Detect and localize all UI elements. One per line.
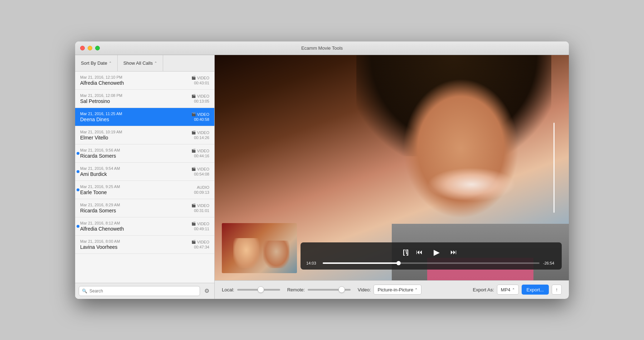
call-meta: 🎬 VIDEO 00:54:08 (191, 167, 209, 176)
call-type: 🎬 VIDEO (191, 149, 209, 153)
share-icon: ↑ (556, 287, 558, 292)
export-format-chevron-icon: ⌃ (512, 288, 515, 292)
pip-overlay (222, 223, 297, 273)
video-area: [ \] ⏮ ▶ ⏭ 14:03 -26:54 (215, 55, 569, 299)
call-info: Mar 21, 2016, 8:29 AM Ricarda Somers (80, 203, 191, 213)
call-meta: 🎬 VIDEO 00:47:34 (191, 240, 209, 249)
title-bar: Ecamm Movie Tools (75, 41, 569, 55)
share-button[interactable]: ↑ (552, 285, 562, 295)
face-layer (381, 78, 541, 235)
call-meta: 🎬 VIDEO 00:31:01 (191, 203, 209, 213)
progress-bar[interactable] (323, 262, 540, 264)
remote-slider[interactable] (308, 289, 351, 291)
list-item[interactable]: Mar 21, 2016, 10:19 AM Elmer Vitello 🎬 V… (75, 126, 214, 144)
current-time: 14:03 (306, 261, 319, 265)
call-duration: 00:47:34 (191, 245, 209, 249)
call-name: Earle Toone (80, 189, 194, 195)
export-format-dropdown[interactable]: MP4 ⌃ (497, 285, 519, 295)
sort-label: Sort By Date (81, 60, 107, 66)
export-format-value: MP4 (501, 287, 511, 292)
list-item[interactable]: Mar 21, 2016, 12:10 PM Alfredia Chenowet… (75, 72, 214, 90)
call-duration: 00:44:16 (191, 154, 209, 158)
show-label: Show All Calls (123, 60, 153, 66)
sidebar-footer: 🔍 ⚙ (75, 283, 214, 299)
call-type: AUDIO (194, 185, 209, 189)
call-name: Alfredia Chenoweth (80, 80, 191, 86)
pip-thumbnail (222, 223, 297, 273)
call-info: Mar 21, 2016, 12:08 PM Sal Petrosino (80, 93, 191, 104)
smile-layer (427, 168, 516, 202)
gear-icon[interactable]: ⚙ (203, 287, 211, 295)
call-date: Mar 21, 2016, 12:10 PM (80, 75, 191, 79)
search-input[interactable] (89, 289, 197, 294)
call-date: Mar 21, 2016, 10:19 AM (80, 130, 191, 134)
call-meta: 🎬 VIDEO 00:40:58 (191, 112, 209, 122)
search-field[interactable]: 🔍 (79, 286, 200, 296)
list-item[interactable]: Mar 21, 2016, 9:25 AM Earle Toone AUDIO … (75, 181, 214, 199)
list-item[interactable]: Mar 21, 2016, 12:08 PM Sal Petrosino 🎬 V… (75, 90, 214, 108)
sort-by-date-button[interactable]: Sort By Date ⌃ (75, 55, 118, 71)
remote-section: Remote: (287, 287, 351, 292)
call-meta: 🎬 VIDEO 00:49:11 (191, 222, 209, 231)
app-window: Ecamm Movie Tools Sort By Date ⌃ Show Al… (75, 41, 569, 299)
list-item[interactable]: Mar 21, 2016, 8:12 AM Alfredia Chenoweth… (75, 217, 214, 236)
video-camera-icon: 🎬 (191, 167, 196, 171)
call-duration: 00:54:08 (191, 172, 209, 176)
remote-label: Remote: (287, 287, 305, 292)
show-all-calls-button[interactable]: Show All Calls ⌃ (118, 55, 163, 71)
call-date: Mar 21, 2016, 11:25 AM (80, 112, 191, 116)
export-button[interactable]: Export... (522, 285, 549, 295)
video-camera-icon: 🎬 (191, 222, 196, 226)
rewind-button[interactable]: ⏮ (414, 247, 425, 258)
local-slider[interactable] (237, 289, 280, 291)
window-title: Ecamm Movie Tools (301, 45, 343, 51)
unread-dot (77, 152, 79, 155)
call-type: 🎬 VIDEO (191, 167, 209, 171)
list-item[interactable]: Mar 21, 2016, 8:00 AM Lavina Voorhees 🎬 … (75, 236, 214, 254)
call-duration: 00:09:13 (194, 190, 209, 194)
player-controls: [ \] ⏮ ▶ ⏭ 14:03 -26:54 (301, 242, 562, 270)
call-meta: AUDIO 00:09:13 (194, 185, 209, 194)
video-camera-icon: 🎬 (191, 76, 196, 80)
call-meta: 🎬 VIDEO 00:44:16 (191, 149, 209, 158)
unread-dot (77, 188, 79, 191)
local-slider-thumb[interactable] (258, 286, 264, 293)
call-info: Mar 21, 2016, 8:12 AM Alfredia Chenoweth (80, 221, 191, 232)
video-mode-dropdown[interactable]: Picture-in-Picture ⌃ (374, 285, 421, 295)
local-section: Local: (222, 287, 280, 292)
export-as-label: Export As: (473, 287, 494, 292)
play-button[interactable]: ▶ (431, 247, 442, 258)
minimize-button[interactable] (88, 46, 92, 50)
list-item[interactable]: Mar 21, 2016, 8:29 AM Ricarda Somers 🎬 V… (75, 199, 214, 217)
search-icon: 🔍 (82, 289, 87, 294)
remote-slider-thumb[interactable] (338, 286, 345, 293)
call-duration: 00:49:11 (191, 227, 209, 231)
call-date: Mar 21, 2016, 8:29 AM (80, 203, 191, 207)
clip-in-icon[interactable]: [ \] (403, 248, 408, 256)
video-dropdown-chevron-icon: ⌃ (415, 288, 418, 292)
call-duration: 00:31:01 (191, 208, 209, 213)
call-name: Elmer Vitello (80, 135, 191, 141)
call-name: Ricarda Somers (80, 153, 191, 159)
call-info: Mar 21, 2016, 12:10 PM Alfredia Chenowet… (80, 75, 191, 86)
fast-forward-button[interactable]: ⏭ (448, 247, 459, 258)
list-item[interactable]: Mar 21, 2016, 11:25 AM Deena Dines 🎬 VID… (75, 108, 214, 126)
progress-thumb[interactable] (396, 261, 401, 265)
sidebar: Sort By Date ⌃ Show All Calls ⌃ Mar 21, … (75, 55, 215, 299)
calls-list[interactable]: Mar 21, 2016, 12:10 PM Alfredia Chenowet… (75, 72, 214, 283)
call-duration: 00:13:05 (191, 99, 209, 103)
maximize-button[interactable] (95, 46, 100, 50)
video-camera-icon: 🎬 (191, 112, 196, 116)
close-button[interactable] (80, 46, 85, 50)
bottom-bar: Local: Remote: Video: Picture-in-Picture (215, 280, 569, 299)
call-duration: 00:43:01 (191, 81, 209, 85)
call-info: Mar 21, 2016, 8:00 AM Lavina Voorhees (80, 239, 191, 250)
export-section: Export As: MP4 ⌃ Export... ↑ (473, 285, 562, 295)
call-type: 🎬 VIDEO (191, 222, 209, 226)
call-name: Ricarda Somers (80, 208, 191, 213)
call-info: Mar 21, 2016, 10:19 AM Elmer Vitello (80, 130, 191, 141)
call-date: Mar 21, 2016, 12:08 PM (80, 93, 191, 98)
list-item[interactable]: Mar 21, 2016, 9:56 AM Ricarda Somers 🎬 V… (75, 144, 214, 163)
video-camera-icon: 🎬 (191, 130, 196, 134)
list-item[interactable]: Mar 21, 2016, 9:54 AM Ami Burdick 🎬 VIDE… (75, 163, 214, 181)
